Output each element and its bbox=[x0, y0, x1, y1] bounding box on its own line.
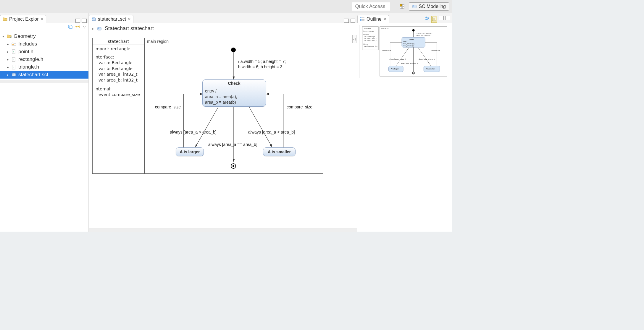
svg-text:A is larger: A is larger bbox=[391, 68, 399, 70]
editor-tab-statechart[interactable]: statechart.sct ✕ bbox=[89, 15, 133, 23]
svg-text:/ a.width = 5; a.height = 7;: / a.width = 5; a.height = 7; bbox=[416, 33, 433, 34]
svg-rect-30 bbox=[362, 19, 364, 20]
svg-text:h: h bbox=[13, 58, 14, 61]
twisty-icon[interactable]: ▸ bbox=[7, 73, 9, 77]
tree-item-rectangle-h[interactable]: ▸ h rectangle.h bbox=[0, 56, 88, 63]
svg-text:always [area_a == area_b]: always [area_a == area_b] bbox=[401, 63, 418, 64]
state-a-smaller-label: A is smaller bbox=[263, 148, 295, 156]
tree-root-label: Geometry bbox=[14, 33, 36, 39]
svg-text:var a: Rectangle: var a: Rectangle bbox=[364, 36, 375, 38]
maximize-view-button[interactable] bbox=[351, 19, 355, 23]
includes-folder-icon bbox=[11, 41, 17, 47]
transition-label-compare-right: compare_size bbox=[287, 105, 312, 109]
tree-item-label: Includes bbox=[18, 41, 37, 47]
outline-tab[interactable]: Outline ✕ bbox=[357, 15, 389, 23]
twisty-icon[interactable]: ▸ bbox=[7, 42, 9, 46]
breadcrumb[interactable]: ▸ Statechart statechart bbox=[89, 23, 357, 34]
minimize-view-button[interactable] bbox=[344, 19, 349, 23]
minimize-view-button[interactable] bbox=[75, 19, 80, 23]
svg-text:main region: main region bbox=[381, 28, 389, 29]
header-file-icon: h bbox=[11, 64, 17, 70]
tree-project-root[interactable]: ▾ C Geometry bbox=[0, 32, 88, 40]
initial-state[interactable] bbox=[231, 48, 236, 52]
svg-rect-3 bbox=[402, 7, 404, 9]
state-a-is-larger[interactable]: A is larger bbox=[176, 147, 204, 156]
internal-header: internal: bbox=[94, 86, 143, 92]
project-explorer-tab[interactable]: Project Explor ✕ bbox=[0, 15, 46, 23]
svg-text:compare_size: compare_size bbox=[431, 50, 440, 51]
editor-panel: statechart.sct ✕ ▸ Statechart statechart… bbox=[89, 13, 357, 232]
tree-item-includes[interactable]: ▸ Includes bbox=[0, 40, 88, 48]
close-icon[interactable]: ✕ bbox=[41, 17, 43, 21]
svg-rect-26 bbox=[360, 17, 361, 18]
svg-text:b.width = 6; b.height = 3: b.width = 6; b.height = 3 bbox=[416, 35, 432, 36]
svg-text:C: C bbox=[10, 35, 12, 38]
internal-line: event compare_size bbox=[94, 92, 143, 98]
svg-point-9 bbox=[12, 44, 14, 45]
twisty-icon[interactable]: ▸ bbox=[7, 58, 9, 61]
quick-access-field[interactable]: Quick Access bbox=[352, 2, 390, 11]
definition-panel[interactable]: statechart import: rectangle interface: … bbox=[93, 38, 145, 173]
svg-rect-27 bbox=[360, 19, 361, 20]
view-menu-icon[interactable]: ▽ bbox=[83, 25, 85, 29]
statechart-file-icon bbox=[91, 17, 96, 22]
outline-overview-mode-icon[interactable] bbox=[431, 16, 437, 23]
twisty-icon[interactable]: ▸ bbox=[7, 50, 9, 54]
state-a-larger-label: A is larger bbox=[176, 148, 204, 156]
link-with-editor-icon[interactable] bbox=[75, 24, 80, 30]
tree-item-statechart-sct[interactable]: ▸ statechart.sct bbox=[0, 71, 88, 79]
svg-rect-33 bbox=[433, 18, 435, 20]
svg-text:h: h bbox=[13, 51, 14, 53]
transition-label-init: / a.width = 5; a.height = 7; b.width = 6… bbox=[238, 59, 286, 69]
definition-title: statechart bbox=[93, 38, 144, 45]
svg-text:var area_a: int32_t: var area_a: int32_t bbox=[364, 38, 377, 39]
minimize-view-button[interactable] bbox=[439, 16, 444, 20]
outline-icon bbox=[360, 17, 365, 22]
interface-header: interface: bbox=[94, 54, 143, 60]
maximize-view-button[interactable] bbox=[82, 19, 87, 23]
svg-rect-0 bbox=[400, 4, 402, 6]
transition-label-a-eq-b: always [area_a == area_b] bbox=[208, 142, 257, 147]
final-state[interactable] bbox=[231, 163, 236, 169]
tree-item-label: statechart.sct bbox=[18, 72, 48, 78]
definition-import: import: rectangle bbox=[94, 46, 143, 52]
palette-flyout-handle[interactable]: ◁ bbox=[352, 35, 356, 43]
collapse-all-icon[interactable] bbox=[68, 24, 72, 30]
svg-line-25 bbox=[248, 106, 272, 147]
svg-text:import: rectangle: import: rectangle bbox=[363, 30, 374, 32]
outline-tree-mode-icon[interactable] bbox=[425, 16, 430, 23]
project-explorer-panel: Project Explor ✕ ▽ ▾ bbox=[0, 13, 89, 232]
outline-thumbnail[interactable]: statechart import: rectangle interface: … bbox=[359, 25, 450, 78]
project-explorer-title: Project Explor bbox=[9, 17, 39, 22]
tree-item-triangle-h[interactable]: ▸ h triangle.h bbox=[0, 63, 88, 71]
state-check-body: entry / area_a = area(a); area_b = area(… bbox=[203, 87, 266, 106]
twisty-icon[interactable]: ▸ bbox=[7, 65, 9, 69]
tree-item-label: triangle.h bbox=[18, 64, 39, 70]
state-check[interactable]: Check entry / area_a = area(a); area_b =… bbox=[202, 79, 266, 107]
main-region[interactable]: main region bbox=[145, 38, 323, 173]
close-icon[interactable]: ✕ bbox=[128, 17, 131, 21]
header-file-icon: h bbox=[11, 49, 17, 54]
state-a-is-smaller[interactable]: A is smaller bbox=[263, 147, 296, 156]
outline-panel: Outline ✕ bbox=[357, 13, 452, 232]
close-icon[interactable]: ✕ bbox=[383, 17, 386, 21]
diagram-canvas[interactable]: statechart import: rectangle interface: … bbox=[89, 34, 357, 228]
maximize-view-button[interactable] bbox=[446, 16, 450, 20]
svg-rect-1 bbox=[402, 4, 404, 6]
open-perspective-button[interactable] bbox=[398, 3, 406, 10]
transition-label-a-gt-b: always [area_a > area_b] bbox=[170, 130, 217, 134]
twisty-icon[interactable]: ▾ bbox=[2, 35, 5, 38]
chevron-right-icon: ▸ bbox=[92, 27, 94, 31]
horizontal-scrollbar[interactable] bbox=[89, 228, 357, 232]
transition-label-a-lt-b: always [area_a < area_b] bbox=[248, 130, 295, 134]
svg-line-23 bbox=[196, 106, 219, 147]
interface-line: var b: Rectangle bbox=[94, 66, 143, 72]
svg-rect-29 bbox=[362, 17, 364, 18]
perspective-sc-modeling[interactable]: SC Modeling bbox=[409, 2, 449, 11]
svg-point-5 bbox=[413, 5, 414, 6]
svg-text:entry /: entry / bbox=[403, 41, 407, 43]
svg-rect-18 bbox=[92, 18, 96, 21]
tree-item-point-h[interactable]: ▸ h point.h bbox=[0, 48, 88, 56]
state-check-title: Check bbox=[203, 80, 266, 87]
horizontal-scrollbar[interactable] bbox=[0, 80, 88, 83]
